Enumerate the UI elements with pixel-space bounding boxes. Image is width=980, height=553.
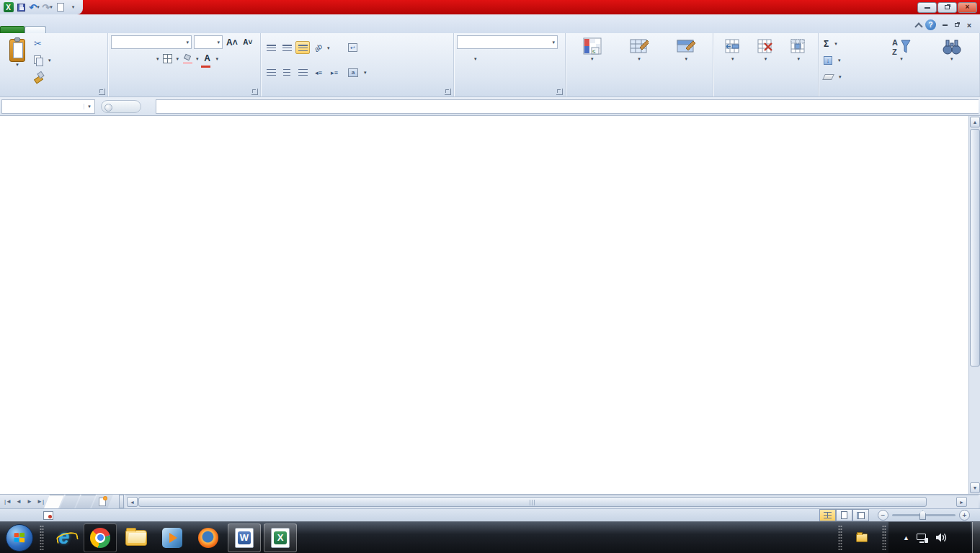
underline-button[interactable] [141,52,154,65]
customize-qat-dropdown-icon[interactable]: ▾ [68,2,79,13]
tray-expand-icon[interactable]: ▲ [903,534,909,541]
conditional-formatting-button[interactable]: ≤ ▾ [579,35,605,84]
sort-filter-button[interactable]: A Z ▾ [878,35,924,84]
chrome-taskbar-button[interactable] [84,523,117,552]
tab-diseno[interactable] [66,27,86,33]
library-toolbar-item[interactable] [856,534,874,542]
find-select-button[interactable]: ▾ [927,35,976,84]
tab-split-handle[interactable] [119,495,124,508]
align-top-button[interactable] [264,41,278,54]
last-sheet-icon[interactable]: ►| [35,496,45,507]
increase-decimal-button[interactable] [514,53,529,65]
collapse-ribbon-icon[interactable] [914,22,922,30]
tab-inicio[interactable] [24,26,46,33]
cell-styles-button[interactable]: ▾ [673,35,699,84]
thousands-format-button[interactable] [497,53,512,65]
horizontal-scrollbar[interactable]: ◄ ► [125,495,979,508]
help-icon[interactable]: ? [925,19,936,30]
excel-logo[interactable]: X [3,2,14,13]
align-left-button[interactable] [264,66,278,79]
network-icon[interactable] [917,533,928,543]
dialog-launcher-portapapeles[interactable] [99,89,105,95]
tab-formulas[interactable] [86,27,107,33]
decrease-decimal-button[interactable] [532,53,546,65]
next-sheet-icon[interactable]: ► [24,496,35,507]
increase-indent-button[interactable]: ▸≡ [327,66,342,79]
shrink-font-button[interactable]: A˅ [241,36,254,49]
tab-revisar[interactable] [127,27,147,33]
first-sheet-icon[interactable]: |◄ [3,496,13,507]
vertical-scrollbar[interactable]: ▲ ▼ [968,116,980,494]
currency-format-button[interactable] [457,53,471,65]
name-box[interactable]: ▾ [1,99,95,114]
tab-programador[interactable] [167,27,187,33]
clear-button[interactable]: ▾ [821,70,876,84]
tab-vista[interactable] [147,27,167,33]
zoom-in-icon[interactable]: + [959,510,970,521]
copy-button[interactable]: ▾ [32,53,53,67]
dialog-launcher-numero[interactable] [556,89,563,95]
explorer-taskbar-button[interactable] [120,523,153,552]
wrap-text-button[interactable]: ↩ [346,40,369,55]
redo-icon[interactable]: ↷▾ [42,2,53,13]
media-player-taskbar-button[interactable] [156,523,189,552]
page-break-view-button[interactable] [852,509,869,521]
align-bottom-button[interactable] [295,41,310,54]
macro-record-icon[interactable] [43,511,53,520]
start-orb-icon[interactable] [6,524,33,552]
scroll-left-icon[interactable]: ◄ [127,497,138,507]
tab-datos[interactable] [107,27,127,33]
tab-archivo[interactable] [0,26,24,33]
formula-input[interactable] [156,99,979,114]
paste-button[interactable]: ▾ [3,35,32,84]
firefox-taskbar-button[interactable] [192,523,225,552]
page-layout-view-button[interactable] [836,509,852,521]
fill-button[interactable]: ↓▾ [821,53,876,67]
format-painter-button[interactable] [32,70,53,84]
worksheet-grid[interactable] [0,116,968,494]
zoom-slider-thumb[interactable] [919,511,926,520]
restore-button[interactable] [937,2,957,13]
workbook-close-icon[interactable]: × [964,21,974,30]
workbook-restore-icon[interactable] [952,21,962,30]
tab-insertar[interactable] [46,27,66,33]
volume-icon[interactable] [935,532,948,543]
scroll-right-icon[interactable]: ► [956,497,967,507]
percent-format-button[interactable] [480,53,494,65]
scroll-down-icon[interactable]: ▼ [970,482,980,493]
cut-button[interactable]: ✂ [32,37,53,50]
bold-button[interactable] [111,52,124,65]
grow-font-button[interactable]: A˄ [225,36,239,49]
zoom-slider[interactable] [892,514,956,516]
new-document-icon[interactable] [55,2,66,13]
italic-button[interactable] [126,52,139,65]
word-taskbar-button[interactable]: W [228,523,261,552]
font-size-combo[interactable]: ▾ [194,35,223,49]
scroll-up-icon[interactable]: ▲ [970,117,980,127]
zoom-out-icon[interactable]: − [878,510,888,521]
delete-cells-button[interactable]: ▾ [752,35,778,84]
font-name-combo[interactable]: ▾ [111,35,192,49]
dialog-launcher-fuente[interactable] [251,89,258,95]
dialog-launcher-alineacion[interactable] [445,89,451,95]
normal-view-button[interactable] [819,509,836,521]
toolbar-overflow-icon[interactable] [874,536,880,540]
autosum-button[interactable]: Σ▾ [821,37,876,50]
align-center-button[interactable] [280,66,294,79]
decrease-indent-button[interactable]: ◂≡ [311,66,326,79]
ie-taskbar-button[interactable]: e [48,523,81,552]
name-box-dropdown-icon[interactable]: ▾ [84,104,94,109]
save-icon[interactable] [16,2,27,13]
align-right-button[interactable] [295,66,310,79]
orientation-button[interactable]: ab [311,41,326,54]
font-color-button[interactable]: A [201,52,214,65]
vertical-scroll-thumb[interactable] [970,129,980,367]
minimize-button[interactable] [917,2,937,13]
undo-icon[interactable]: ↶▾ [29,2,40,13]
prev-sheet-icon[interactable]: ◄ [14,496,24,507]
borders-button[interactable] [161,52,174,65]
format-as-table-button[interactable]: ▾ [626,35,652,84]
merge-center-button[interactable]: a ▾ [346,66,369,80]
insert-cells-button[interactable]: ▾ [720,35,746,84]
workbook-minimize-icon[interactable] [940,21,950,30]
